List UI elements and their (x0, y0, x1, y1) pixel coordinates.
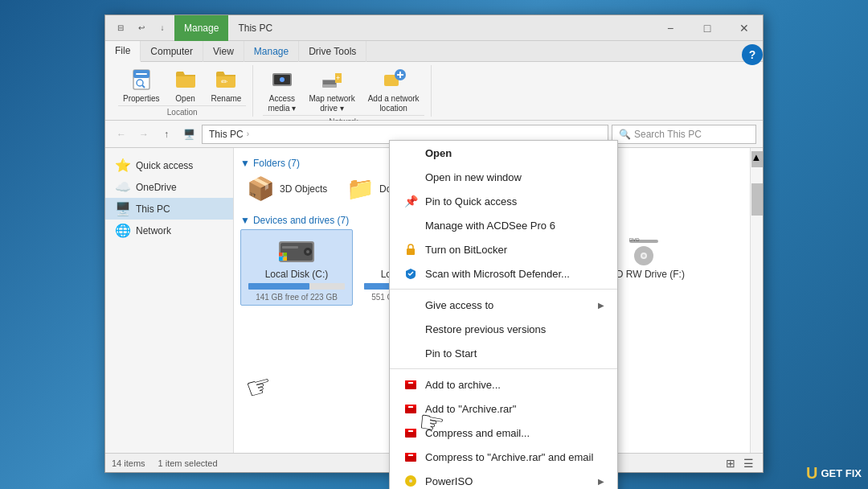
ctx-compress-email[interactable]: Compress and email... (390, 421, 617, 445)
drives-collapse-icon[interactable]: ▼ (240, 215, 250, 226)
list-view-button[interactable]: ☰ (740, 455, 756, 471)
svg-rect-22 (282, 246, 298, 249)
ribbon-item-open[interactable]: Open (168, 65, 203, 105)
view-controls: ⊞ ☰ (723, 455, 756, 471)
folders-collapse-icon[interactable]: ▼ (240, 158, 250, 169)
sidebar: ⭐ Quick access ☁️ OneDrive 🖥️ This PC 🌐 … (105, 148, 234, 453)
maximize-button[interactable]: □ (689, 15, 726, 41)
ctx-poweriso-arrow: ▶ (598, 477, 604, 486)
network-icon: 🌐 (115, 223, 131, 238)
ctx-give-access-icon (403, 297, 419, 313)
sidebar-item-quick-access[interactable]: ⭐ Quick access (105, 154, 233, 176)
sidebar-label-quick-access: Quick access (136, 160, 193, 171)
ribbon-item-properties[interactable]: Properties (118, 65, 165, 105)
drive-c-info: 141 GB free of 223 GB (256, 293, 338, 302)
minimize-button[interactable]: − (652, 15, 689, 41)
ribbon-content: Properties Open (105, 62, 763, 120)
drive-c[interactable]: Local Disk (C:) 141 GB free of 223 GB (240, 229, 353, 306)
sidebar-item-network[interactable]: 🌐 Network (105, 220, 233, 241)
tab-drive-tools[interactable]: Drive Tools (299, 41, 366, 62)
ctx-add-archive[interactable]: Add to archive... (390, 372, 617, 397)
ctx-restore-versions[interactable]: Restore previous versions (390, 317, 617, 341)
tab-manage[interactable]: Manage (244, 41, 299, 62)
ctx-sep-1 (390, 289, 617, 290)
tab-view[interactable]: View (203, 41, 244, 62)
quick-access-toolbar-icon1[interactable]: ⊟ (112, 19, 129, 37)
ribbon-item-add-location[interactable]: Add a networklocation (363, 65, 424, 115)
folder-name-3d: 3D Objects (280, 183, 327, 195)
ctx-open-new-window[interactable]: Open in new window (390, 165, 617, 189)
close-button[interactable]: ✕ (726, 15, 763, 41)
computer-icon: 🖥️ (179, 125, 199, 144)
svg-text:+: + (336, 74, 340, 82)
scroll-thumb[interactable] (751, 183, 763, 216)
scroll-up[interactable]: ▲ (751, 151, 763, 167)
ctx-open[interactable]: Open (390, 141, 617, 165)
this-pc-icon: 🖥️ (115, 201, 131, 216)
folder-3d-objects[interactable]: 📦 3D Objects (240, 172, 337, 205)
tiles-view-button[interactable]: ⊞ (723, 455, 739, 471)
svg-rect-50 (408, 382, 413, 384)
quick-access-toolbar-icon3[interactable]: ↓ (154, 19, 171, 37)
manage-tab[interactable]: Manage (174, 15, 228, 41)
quick-access-toolbar-icon2[interactable]: ↩ (133, 19, 150, 37)
up-button[interactable]: ↑ (157, 125, 176, 144)
title-bar-left: ⊟ ↩ ↓ Manage This PC (105, 15, 652, 41)
svg-point-61 (409, 479, 412, 483)
rename-label: Rename (211, 94, 242, 104)
ctx-give-access-arrow: ▶ (598, 301, 604, 310)
sidebar-item-onedrive[interactable]: ☁️ OneDrive (105, 176, 233, 198)
svg-point-21 (306, 250, 309, 253)
title-controls: − □ ✕ (652, 15, 763, 41)
scrollbar[interactable]: ▲ (750, 148, 763, 453)
ctx-bitlocker[interactable]: Turn on BitLocker (390, 237, 617, 261)
back-button[interactable]: ← (112, 125, 131, 144)
ribbon-group-network: Accessmedia ▾ + Map networkdrive ▾ (256, 65, 431, 117)
ctx-sep-2 (390, 368, 617, 369)
forward-button[interactable]: → (134, 125, 154, 144)
ctx-pin-start[interactable]: Pin to Start (390, 341, 617, 365)
ctx-defender-label: Scan with Microsoft Defender... (425, 268, 570, 280)
drive-f-icon-wrap: DVD (624, 233, 663, 265)
svg-rect-29 (284, 253, 288, 257)
ctx-add-archive-rar-label: Add to "Archive.rar" (425, 403, 516, 415)
ribbon-item-map-drive[interactable]: + Map networkdrive ▾ (304, 65, 359, 115)
ctx-add-archive-icon (403, 376, 419, 392)
tab-file[interactable]: File (105, 41, 141, 62)
sidebar-item-this-pc[interactable]: 🖥️ This PC (105, 198, 233, 220)
ctx-bitlocker-icon (403, 241, 419, 257)
ctx-compress-rar-email[interactable]: Compress to "Archive.rar" and email (390, 445, 617, 469)
svg-rect-31 (284, 257, 288, 261)
quick-access-icon: ⭐ (115, 158, 131, 173)
map-drive-label: Map networkdrive ▾ (309, 94, 354, 113)
drive-c-fill (248, 283, 309, 290)
ribbon-item-rename[interactable]: ✏ Rename (207, 65, 247, 105)
ctx-acdsee[interactable]: Manage with ACDSee Pro 6 (390, 213, 617, 237)
ctx-pin-label: Pin to Quick access (425, 195, 517, 208)
tab-computer[interactable]: Computer (141, 41, 203, 62)
ctx-bitlocker-label: Turn on BitLocker (425, 244, 507, 256)
ribbon-tabs: File Computer View Manage Drive Tools ? (105, 41, 763, 62)
search-box[interactable]: 🔍 Search This PC (612, 125, 756, 144)
ctx-restore-icon (403, 321, 419, 337)
ctx-poweriso-label: PowerISO (425, 475, 473, 487)
help-button[interactable]: ? (742, 44, 763, 65)
watermark: U GET FIX (806, 464, 862, 483)
ctx-add-archive-rar[interactable]: Add to "Archive.rar" (390, 397, 617, 421)
window-title: This PC (238, 23, 272, 34)
ctx-pin-quick-access[interactable]: 📌 Pin to Quick access (390, 189, 617, 213)
drive-c-name: Local Disk (C:) (265, 269, 329, 280)
onedrive-icon: ☁️ (115, 179, 131, 195)
ctx-restore-label: Restore previous versions (425, 323, 546, 335)
ctx-compress-email-icon (403, 425, 419, 441)
ctx-defender[interactable]: Scan with Microsoft Defender... (390, 261, 617, 286)
open-label: Open (175, 94, 194, 104)
ctx-add-archive-rar-icon (403, 401, 419, 417)
ctx-give-access[interactable]: Give access to ▶ (390, 293, 617, 317)
ribbon-item-access-media[interactable]: Accessmedia ▾ (263, 65, 301, 115)
ribbon-group-network-items: Accessmedia ▾ + Map networkdrive ▾ (263, 65, 424, 115)
ribbon-group-location-label: Location (118, 105, 246, 117)
ctx-poweriso[interactable]: PowerISO ▶ (390, 469, 617, 489)
svg-rect-47 (407, 249, 415, 255)
svg-text:DVD: DVD (629, 237, 640, 242)
